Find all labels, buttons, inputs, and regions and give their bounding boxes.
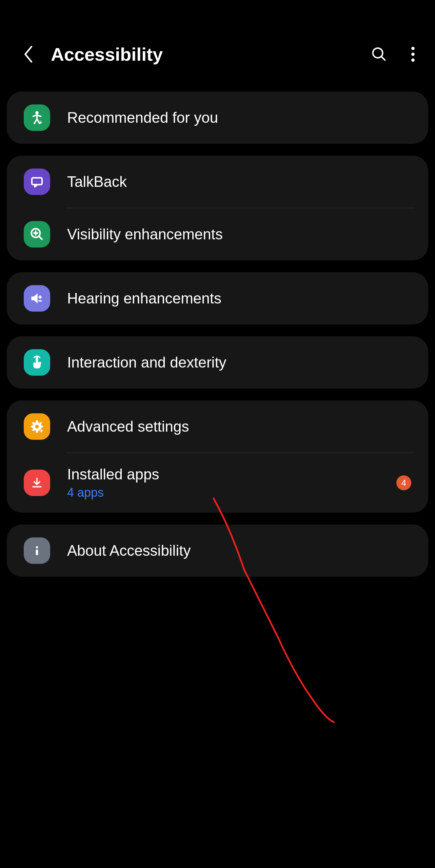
search-button[interactable] (371, 46, 388, 63)
about-group: About Accessibility (7, 525, 428, 577)
advanced-item[interactable]: Advanced settings (7, 400, 428, 453)
about-content: About Accessibility (67, 542, 415, 559)
visibility-label: Visibility enhancements (67, 226, 415, 243)
more-vertical-icon (411, 46, 415, 62)
interaction-label: Interaction and dexterity (67, 354, 415, 371)
interaction-item[interactable]: Interaction and dexterity (7, 336, 428, 389)
talkback-speech-icon (24, 169, 50, 195)
search-icon (371, 46, 387, 62)
svg-point-2 (411, 47, 415, 50)
advanced-label: Advanced settings (67, 418, 415, 435)
about-label: About Accessibility (67, 542, 415, 559)
info-icon (24, 537, 50, 564)
svg-rect-7 (32, 178, 42, 184)
touch-finger-icon (24, 349, 50, 376)
talkback-item[interactable]: TalkBack (7, 156, 428, 208)
hearing-content: Hearing enhancements (67, 290, 415, 307)
magnifier-plus-icon (24, 221, 50, 248)
hearing-item[interactable]: Hearing enhancements (7, 272, 428, 324)
speech-vision-group: TalkBack Visibility enhancements (7, 156, 428, 260)
svg-point-5 (35, 111, 39, 115)
interaction-content: Interaction and dexterity (67, 354, 415, 371)
talkback-label: TalkBack (67, 173, 415, 190)
installed-item[interactable]: Installed apps 4 apps 4 (7, 453, 428, 513)
visibility-content: Visibility enhancements (67, 226, 415, 243)
about-item[interactable]: About Accessibility (7, 525, 428, 577)
installed-label: Installed apps (67, 466, 396, 483)
visibility-item[interactable]: Visibility enhancements (7, 208, 428, 260)
svg-point-3 (411, 53, 415, 56)
advanced-content: Advanced settings (67, 418, 415, 435)
svg-point-4 (411, 58, 415, 62)
more-button[interactable] (404, 46, 421, 63)
advanced-installed-group: Advanced settings Installed apps 4 apps … (7, 400, 428, 513)
recommended-group: Recommended for you (7, 92, 428, 144)
recommended-label: Recommended for you (67, 109, 415, 126)
svg-rect-21 (36, 550, 38, 555)
svg-point-20 (36, 546, 38, 549)
back-button[interactable] (20, 46, 37, 63)
interaction-group: Interaction and dexterity (7, 336, 428, 389)
svg-line-1 (381, 57, 385, 60)
download-app-icon (24, 470, 50, 496)
page-title: Accessibility (51, 44, 371, 65)
installed-content: Installed apps 4 apps (67, 466, 396, 500)
installed-sublabel: 4 apps (67, 486, 396, 500)
accessibility-person-icon (24, 104, 50, 131)
header-actions (371, 46, 421, 63)
speaker-adjust-icon (24, 285, 50, 312)
svg-line-9 (39, 236, 42, 239)
chevron-left-icon (23, 46, 34, 63)
header: Accessibility (0, 34, 435, 75)
hearing-group: Hearing enhancements (7, 272, 428, 324)
installed-badge: 4 (396, 475, 411, 490)
recommended-content: Recommended for you (67, 109, 415, 126)
talkback-content: TalkBack (67, 173, 415, 190)
hearing-label: Hearing enhancements (67, 290, 415, 307)
gear-plus-icon (24, 413, 50, 440)
recommended-item[interactable]: Recommended for you (7, 92, 428, 144)
